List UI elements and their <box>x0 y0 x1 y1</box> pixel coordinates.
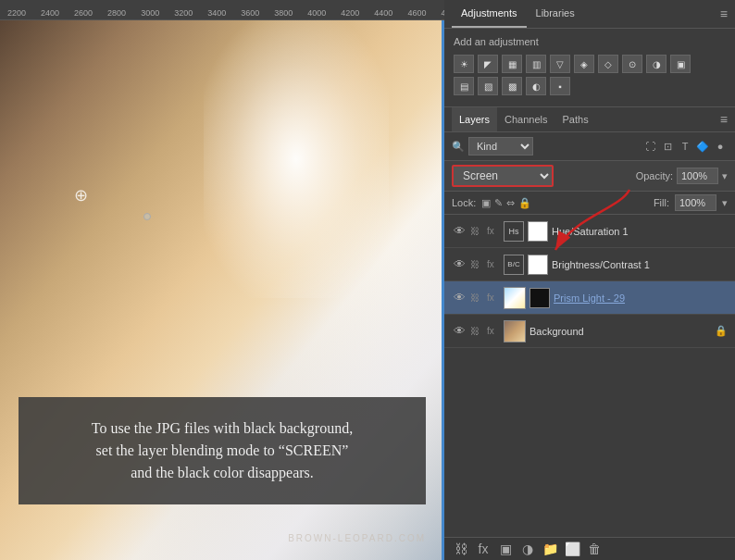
fill-label: Fill: <box>654 197 669 208</box>
delete-layer-icon[interactable]: 🗑 <box>585 541 604 556</box>
ruler-mark: 4600 <box>400 8 433 18</box>
layers-bottom-toolbar: ⛓ fx ▣ ◑ 📁 ⬜ 🗑 <box>444 537 735 560</box>
ruler-mark: 2200 <box>0 8 33 18</box>
blend-mode-container: Screen Normal Multiply Overlay <box>452 165 554 187</box>
right-panel: Adjustments Libraries ≡ Add an adjustmen… <box>444 0 735 560</box>
ruler-mark: 3200 <box>167 8 200 18</box>
adj-threshold-icon[interactable]: ▪ <box>550 77 570 95</box>
layer-adjustment-icon: Hs <box>504 221 524 242</box>
tab-adjustments[interactable]: Adjustments <box>452 0 527 28</box>
instruction-overlay: To use the JPG files with black backgrou… <box>19 397 426 504</box>
adj-curves-icon[interactable]: ◤ <box>478 55 498 73</box>
adjustment-icon[interactable]: ◑ <box>518 541 537 556</box>
add-adjustment-label: Add an adjustment <box>454 36 726 47</box>
layer-effects-icon[interactable]: fx <box>474 541 492 556</box>
filter-pixel-icon[interactable]: ⛶ <box>642 141 657 153</box>
layer-thumbnail <box>504 320 526 342</box>
tab-layers[interactable]: Layers <box>452 107 497 131</box>
lock-transparent-icon[interactable]: ▣ <box>481 197 491 209</box>
layer-locked-icon: 🔒 <box>715 325 728 337</box>
adj-vibrance-icon[interactable]: ◈ <box>574 55 594 73</box>
layer-item[interactable]: 👁 ⛓ fx Background 🔒 <box>444 315 735 348</box>
layer-filter-row: 🔍 Kind ⛶ ⊡ T 🔷 ● <box>444 132 735 161</box>
ruler-mark: 2400 <box>33 8 67 18</box>
layer-item[interactable]: 👁 ⛓ fx Hs Hue/Saturation 1 <box>444 215 735 248</box>
layer-visibility-toggle[interactable]: 👁 <box>452 291 467 305</box>
layer-fx-icon: fx <box>487 326 500 336</box>
lock-pixels-icon[interactable]: ✎ <box>494 197 503 209</box>
panel-top-tabs: Adjustments Libraries ≡ <box>444 0 735 29</box>
layer-mask-thumb <box>528 255 548 275</box>
ruler-mark: 3800 <box>267 8 300 18</box>
layer-visibility-toggle[interactable]: 👁 <box>452 224 467 238</box>
adj-hsl-icon[interactable]: ◇ <box>598 55 618 73</box>
adjustment-icons-row2: ▤ ▧ ▩ ◐ ▪ <box>454 77 726 95</box>
filter-type-icon[interactable]: T <box>678 141 692 153</box>
crosshair-icon: ⊕ <box>74 185 88 205</box>
layer-item[interactable]: 👁 ⛓ fx B/C Brightness/Contrast 1 <box>444 248 735 281</box>
adj-color-balance-icon[interactable]: ⊙ <box>622 55 642 73</box>
tab-paths[interactable]: Paths <box>555 107 596 131</box>
lock-fill-row: Lock: ▣ ✎ ⇔ 🔒 Fill: ▾ <box>444 192 735 215</box>
layer-fx-icon: fx <box>487 259 500 269</box>
adj-exposure-icon[interactable]: ▥ <box>526 55 546 73</box>
new-layer-icon[interactable]: ⬜ <box>563 541 581 556</box>
link-layers-icon[interactable]: ⛓ <box>452 541 470 556</box>
layer-visibility-toggle[interactable]: 👁 <box>452 257 467 271</box>
earring-detail <box>143 213 151 220</box>
adj-posterize-icon[interactable]: ◐ <box>526 77 546 95</box>
lock-position-icon[interactable]: ⇔ <box>506 197 515 209</box>
fill-arrow: ▾ <box>722 197 728 209</box>
filter-dot-icon[interactable]: ● <box>713 141 728 153</box>
filter-smart-icon[interactable]: ⊡ <box>660 141 675 153</box>
ruler-mark: 2800 <box>100 8 133 18</box>
adjustments-section: Add an adjustment ☀ ◤ ▦ ▥ ▽ ◈ ◇ ⊙ ◑ ▣ ▤ … <box>444 29 735 107</box>
tab-libraries[interactable]: Libraries <box>527 0 584 28</box>
adj-color-lookup-icon[interactable]: ▧ <box>478 77 498 95</box>
ruler-mark: 2600 <box>67 8 100 18</box>
watermark: BROWN-LEOPARD.COM <box>288 533 426 543</box>
ruler-mark: 3600 <box>233 8 267 18</box>
layer-item-active[interactable]: 👁 ⛓ fx Prism Light - 29 <box>444 281 735 315</box>
instruction-text: To use the JPG files with black backgrou… <box>44 417 400 484</box>
filter-type-icons: ⛶ ⊡ T 🔷 ● <box>642 141 728 153</box>
ruler-mark: 3000 <box>133 8 167 18</box>
adj-gradient-icon[interactable]: ▽ <box>550 55 570 73</box>
opacity-input[interactable] <box>677 168 718 184</box>
adjustment-icons-row1: ☀ ◤ ▦ ▥ ▽ ◈ ◇ ⊙ ◑ ▣ <box>454 55 726 73</box>
layer-visibility-toggle[interactable]: 👁 <box>452 324 467 338</box>
lock-label: Lock: <box>452 197 476 208</box>
layer-adjustment-icon: B/C <box>504 255 524 275</box>
add-mask-icon[interactable]: ▣ <box>496 541 515 556</box>
layer-link-icon: ⛓ <box>470 226 483 236</box>
filter-kind-select[interactable]: Kind <box>468 137 533 156</box>
filter-shape-icon[interactable]: 🔷 <box>695 141 710 153</box>
layer-name: Prism Light - 29 <box>554 292 728 304</box>
photo-light-overlay <box>204 20 389 298</box>
adj-invert-icon[interactable]: ▩ <box>502 77 522 95</box>
layer-fx-icon: fx <box>487 292 500 303</box>
adj-channel-mix-icon[interactable]: ▤ <box>454 77 474 95</box>
adj-brightness-icon[interactable]: ☀ <box>454 55 474 73</box>
layer-name: Hue/Saturation 1 <box>552 226 728 237</box>
blend-mode-select[interactable]: Screen Normal Multiply Overlay <box>452 165 554 187</box>
panel-menu-icon[interactable]: ≡ <box>720 6 728 21</box>
lock-icons: ▣ ✎ ⇔ 🔒 <box>481 197 531 209</box>
photo-canvas: 2200 2400 2600 2800 3000 3200 3400 3600 … <box>0 0 444 560</box>
layer-link-icon: ⛓ <box>470 326 483 336</box>
layers-menu-icon[interactable]: ≡ <box>720 112 728 127</box>
ruler-mark: 4400 <box>367 8 400 18</box>
opacity-label: Opacity: <box>636 170 673 181</box>
layer-fx-icon: fx <box>487 226 500 236</box>
ruler-top: 2200 2400 2600 2800 3000 3200 3400 3600 … <box>0 0 444 20</box>
tab-channels[interactable]: Channels <box>497 107 554 131</box>
new-group-icon[interactable]: 📁 <box>541 541 559 556</box>
adj-bw-icon[interactable]: ◑ <box>646 55 666 73</box>
lock-all-icon[interactable]: 🔒 <box>518 197 531 209</box>
ruler-mark: 4000 <box>300 8 333 18</box>
adj-levels-icon[interactable]: ▦ <box>502 55 522 73</box>
fill-input[interactable] <box>675 194 716 211</box>
ruler-mark: 3400 <box>200 8 233 18</box>
layer-mask-thumb <box>528 221 548 242</box>
adj-photo-filter-icon[interactable]: ▣ <box>670 55 691 73</box>
